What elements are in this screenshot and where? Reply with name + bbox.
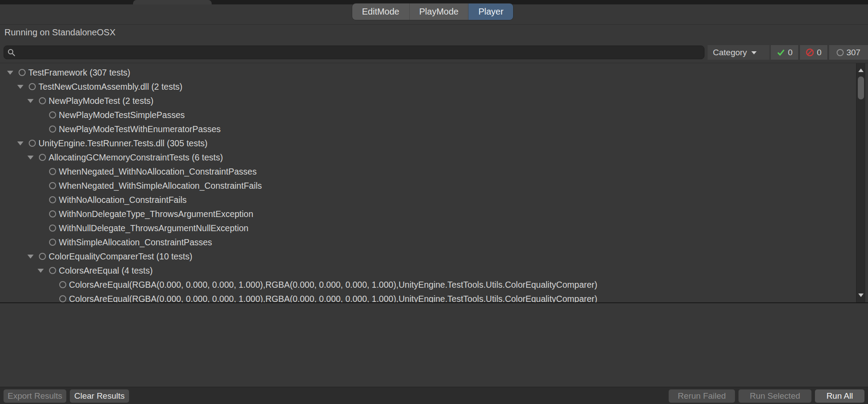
- test-label: ColorsAreEqual(RGBA(0.000, 0.000, 0.000,…: [69, 280, 598, 290]
- test-label: TestFramework (307 tests): [28, 68, 130, 78]
- tree-row[interactable]: WithSimpleAllocation_ConstraintPasses: [0, 235, 856, 249]
- foldout-expanded-triangle-icon[interactable]: [38, 269, 44, 273]
- test-label: WhenNegated_WithNoAllocation_ConstraintP…: [59, 167, 257, 177]
- passed-count-toggle[interactable]: 0: [771, 45, 798, 60]
- test-runner-window: EditMode PlayMode Player Running on Stan…: [0, 0, 868, 404]
- test-status-notrun-icon: [59, 281, 66, 288]
- test-status-notrun-icon: [49, 210, 56, 217]
- export-results-button[interactable]: Export Results: [4, 389, 66, 403]
- foldout-expanded-triangle-icon[interactable]: [27, 99, 34, 103]
- failed-count: 0: [817, 48, 822, 57]
- rerun-failed-button[interactable]: Rerun Failed: [669, 389, 735, 403]
- foldout-expanded-triangle-icon[interactable]: [27, 156, 34, 160]
- tree-row[interactable]: NewPlayModeTestSimplePasses: [0, 108, 856, 122]
- tree-row[interactable]: ColorEqualityComparerTest (10 tests): [0, 249, 856, 263]
- failed-count-toggle[interactable]: 0: [800, 45, 827, 60]
- scrollbar-thumb[interactable]: [858, 76, 864, 99]
- tree-row[interactable]: WithNullDelegate_ThrowsArgumentNullExcep…: [0, 221, 856, 235]
- test-status-notrun-icon: [49, 168, 56, 175]
- test-label: ColorsAreEqual (4 tests): [59, 266, 152, 276]
- clear-results-button[interactable]: Clear Results: [70, 389, 129, 403]
- tab-playmode[interactable]: PlayMode: [410, 4, 469, 20]
- passed-count: 0: [788, 48, 793, 57]
- tree-row[interactable]: TestFramework (307 tests): [0, 65, 856, 80]
- divider: [0, 24, 868, 25]
- tree-row[interactable]: WhenNegated_WithNoAllocation_ConstraintP…: [0, 164, 856, 179]
- test-status-notrun-icon: [49, 225, 56, 232]
- docked-window-tab[interactable]: [133, 0, 212, 4]
- scroll-up-arrow-icon[interactable]: [858, 69, 864, 72]
- test-status-notrun-icon: [49, 126, 56, 133]
- tab-player[interactable]: Player: [468, 4, 513, 20]
- tree-row[interactable]: WithNonDelegateType_ThrowsArgumentExcept…: [0, 207, 856, 221]
- notrun-circle-icon: [837, 49, 844, 56]
- scroll-down-arrow-icon[interactable]: [858, 293, 864, 297]
- test-status-notrun-icon: [39, 97, 46, 104]
- foldout-slot: [17, 141, 29, 145]
- category-label: Category: [713, 48, 747, 57]
- test-status-notrun-icon: [49, 182, 56, 189]
- tree-row[interactable]: TestNewCustomAssembly.dll (2 tests): [0, 80, 856, 94]
- tree-row[interactable]: AllocatingGCMemoryConstraintTests (6 tes…: [0, 150, 856, 164]
- tab-editmode[interactable]: EditMode: [352, 4, 410, 20]
- foldout-expanded-triangle-icon[interactable]: [17, 85, 23, 89]
- foldout-slot: [27, 156, 39, 160]
- test-label: WithSimpleAllocation_ConstraintPasses: [59, 237, 212, 248]
- tree-row[interactable]: WithNoAllocation_ConstraintFails: [0, 193, 856, 207]
- running-target-label: Running on StandaloneOSX: [4, 25, 115, 40]
- search-input[interactable]: [4, 46, 704, 59]
- test-label: WithNoAllocation_ConstraintFails: [59, 195, 187, 205]
- tree-row[interactable]: NewPlayModeTest (2 tests): [0, 94, 856, 108]
- test-label: ColorsAreEqual(RGBA(0.000, 0.000, 0.000,…: [69, 294, 598, 303]
- fail-circle-slash-icon: [806, 48, 814, 57]
- mode-tab-group: EditMode PlayMode Player: [352, 4, 513, 20]
- footer-bar: Export Results Clear Results Rerun Faile…: [0, 387, 868, 404]
- foldout-slot: [27, 255, 39, 259]
- test-status-notrun-icon: [29, 140, 36, 147]
- test-label: TestNewCustomAssembly.dll (2 tests): [38, 82, 183, 92]
- chevron-down-icon: [751, 51, 757, 54]
- tree-row[interactable]: ColorsAreEqual(RGBA(0.000, 0.000, 0.000,…: [0, 292, 856, 302]
- foldout-expanded-triangle-icon[interactable]: [7, 71, 13, 75]
- test-status-notrun-icon: [49, 239, 56, 246]
- vertical-scrollbar[interactable]: [856, 63, 865, 302]
- foldout-expanded-triangle-icon[interactable]: [17, 141, 23, 145]
- test-status-notrun-icon: [39, 154, 46, 161]
- test-label: ColorEqualityComparerTest (10 tests): [49, 252, 192, 262]
- test-label: NewPlayModeTest (2 tests): [49, 96, 153, 106]
- test-label: WithNullDelegate_ThrowsArgumentNullExcep…: [59, 223, 248, 233]
- foldout-slot: [38, 269, 49, 273]
- notrun-count: 307: [846, 48, 860, 57]
- tree-row[interactable]: ColorsAreEqual (4 tests): [0, 263, 856, 278]
- test-details-pane: [0, 303, 868, 387]
- run-all-button[interactable]: Run All: [815, 389, 864, 403]
- test-label: WithNonDelegateType_ThrowsArgumentExcept…: [59, 209, 253, 219]
- test-status-notrun-icon: [49, 111, 56, 118]
- test-tree: TestFramework (307 tests)TestNewCustomAs…: [0, 63, 856, 302]
- test-status-notrun-icon: [49, 196, 56, 203]
- foldout-expanded-triangle-icon[interactable]: [27, 255, 34, 259]
- foldout-slot: [7, 71, 19, 75]
- test-label: UnityEngine.TestRunner.Tests.dll (305 te…: [38, 138, 208, 149]
- test-status-notrun-icon: [39, 253, 46, 260]
- test-status-notrun-icon: [19, 69, 26, 76]
- test-label: WhenNegated_WithSimpleAllocation_Constra…: [59, 181, 262, 191]
- foldout-slot: [27, 99, 39, 103]
- test-status-notrun-icon: [49, 267, 56, 274]
- run-selected-button[interactable]: Run Selected: [739, 389, 811, 403]
- tree-row[interactable]: WhenNegated_WithSimpleAllocation_Constra…: [0, 179, 856, 193]
- test-label: NewPlayModeTestSimplePasses: [59, 110, 185, 120]
- test-status-notrun-icon: [29, 83, 36, 90]
- foldout-slot: [17, 85, 29, 89]
- search-field[interactable]: [4, 46, 704, 59]
- tree-row[interactable]: NewPlayModeTestWithEnumeratorPasses: [0, 122, 856, 136]
- test-status-notrun-icon: [59, 295, 66, 302]
- test-label: NewPlayModeTestWithEnumeratorPasses: [59, 124, 221, 134]
- notrun-count-toggle[interactable]: 307: [829, 45, 868, 60]
- test-label: AllocatingGCMemoryConstraintTests (6 tes…: [49, 152, 223, 163]
- tree-row[interactable]: UnityEngine.TestRunner.Tests.dll (305 te…: [0, 136, 856, 150]
- tree-row[interactable]: ColorsAreEqual(RGBA(0.000, 0.000, 0.000,…: [0, 278, 856, 292]
- pass-check-icon: [777, 48, 785, 57]
- category-dropdown-button[interactable]: Category: [708, 45, 769, 60]
